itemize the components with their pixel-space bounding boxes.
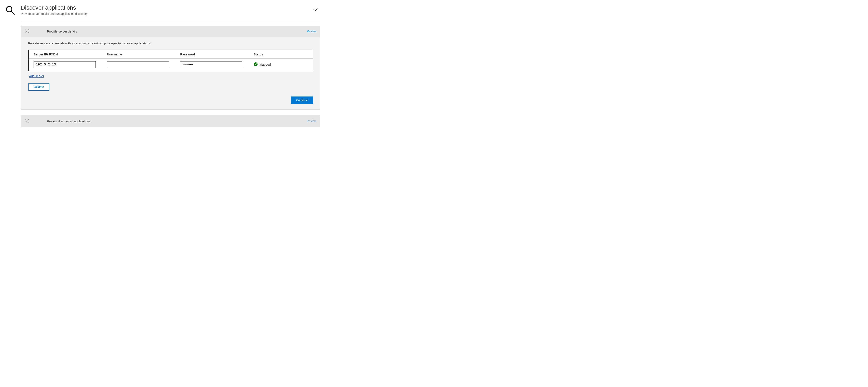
status-label: Mapped bbox=[259, 63, 271, 66]
page-subtitle: Provide server details and run applicati… bbox=[21, 12, 88, 15]
col-header-status: Status bbox=[254, 53, 308, 56]
chevron-down-icon bbox=[312, 8, 318, 11]
col-header-username: Username bbox=[107, 53, 175, 56]
col-header-password: Password bbox=[180, 53, 248, 56]
step-provide-server-details: Provide server details Review Provide se… bbox=[21, 26, 320, 109]
continue-button[interactable]: Continue bbox=[291, 96, 313, 104]
validate-button[interactable]: Validate bbox=[28, 83, 50, 91]
step-description: Provide server credentials with local ad… bbox=[28, 41, 313, 45]
svg-point-3 bbox=[254, 62, 257, 66]
svg-line-1 bbox=[11, 11, 14, 14]
username-input[interactable] bbox=[107, 61, 169, 68]
password-input[interactable] bbox=[180, 61, 242, 68]
step-title: Review discovered applications bbox=[47, 120, 91, 123]
check-circle-icon bbox=[25, 119, 29, 124]
add-server-link[interactable]: Add server bbox=[29, 74, 44, 78]
step-review-discovered-applications: Review discovered applications Review bbox=[21, 116, 320, 127]
col-header-ip: Server IP/ FQDN bbox=[34, 53, 101, 56]
collapse-button[interactable] bbox=[311, 7, 319, 13]
server-table: Server IP/ FQDN Username Password Status bbox=[28, 50, 313, 71]
page-title: Discover applications bbox=[21, 4, 88, 11]
review-link[interactable]: Review bbox=[307, 120, 316, 123]
check-circle-icon bbox=[25, 29, 29, 34]
server-ip-input[interactable] bbox=[34, 61, 96, 68]
table-row: Mapped bbox=[29, 59, 313, 71]
success-icon bbox=[254, 62, 258, 67]
svg-point-2 bbox=[25, 29, 29, 33]
step-title: Provide server details bbox=[47, 30, 77, 33]
svg-point-4 bbox=[25, 119, 29, 123]
review-link[interactable]: Review bbox=[307, 30, 316, 33]
search-icon bbox=[5, 4, 15, 127]
